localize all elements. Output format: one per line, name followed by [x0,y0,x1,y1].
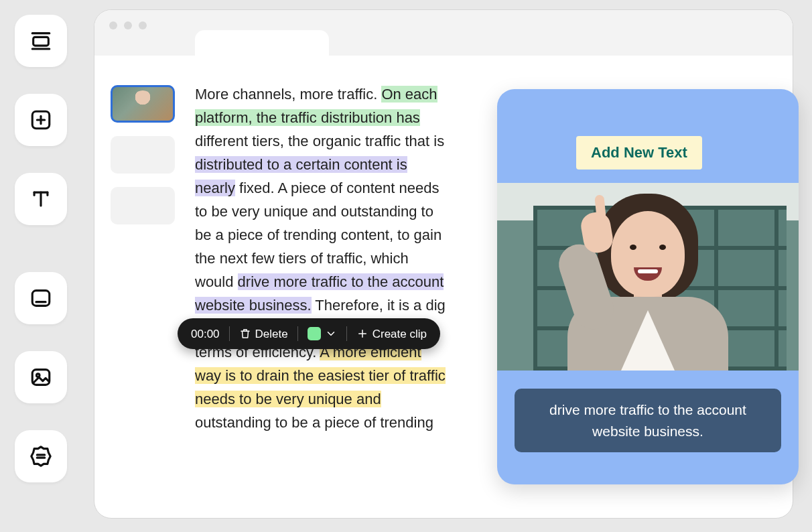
divider [297,326,298,341]
plus-square-icon [29,109,52,131]
traffic-lights [109,21,147,29]
transcript-segment[interactable]: More channels, more traffic. [195,86,381,103]
selection-time: 00:00 [191,322,220,346]
dot [124,21,132,29]
transcript-panel: More channels, more traffic. On each pla… [178,82,459,518]
image-tool[interactable] [15,351,67,403]
transcript-text[interactable]: More channels, more traffic. On each pla… [195,82,447,434]
transcript-segment[interactable]: different tiers, the organic traffic tha… [195,133,444,149]
settings-tool[interactable] [15,430,67,482]
clip-thumbnails [111,82,178,518]
text-icon [29,188,52,210]
delete-label: Delete [255,322,288,346]
divider [346,326,347,341]
thumbnail-active[interactable] [111,85,175,123]
plus-icon [356,328,368,340]
delete-button[interactable]: Delete [239,322,288,346]
image-icon [29,366,52,389]
create-clip-button[interactable]: Create clip [356,322,427,346]
dot [139,21,147,29]
video-frame[interactable] [497,183,799,371]
color-swatch [308,327,321,340]
highlight-color-picker[interactable] [308,327,337,340]
add-tool[interactable] [15,94,67,146]
text-tool[interactable] [15,173,67,225]
create-clip-label: Create clip [373,322,427,346]
person-illustration [561,203,735,371]
slides-tool[interactable] [15,15,67,67]
video-caption[interactable]: drive more traffic to the account websit… [515,389,781,452]
selection-toolbar: 00:00 Delete Create clip [178,318,440,349]
thumbnail-empty[interactable] [111,136,175,174]
caption-icon [29,287,52,310]
svg-rect-10 [32,291,50,306]
dot [109,21,117,29]
badge-icon [29,445,52,468]
caption-tool[interactable] [15,272,67,324]
chevron-down-icon [325,328,337,340]
thumbnail-empty[interactable] [111,187,175,224]
add-text-button[interactable]: Add New Text [576,136,702,170]
preview-card: Add New Text drive more traffic to the a… [497,89,799,484]
transcript-segment[interactable]: outstanding to be a piece of trending [195,414,433,431]
slides-icon [29,29,52,52]
svg-rect-1 [33,37,49,46]
browser-tab[interactable] [195,30,329,56]
tool-rail [15,15,67,482]
window-chrome [94,10,793,56]
divider [229,326,230,341]
trash-icon [239,328,251,340]
